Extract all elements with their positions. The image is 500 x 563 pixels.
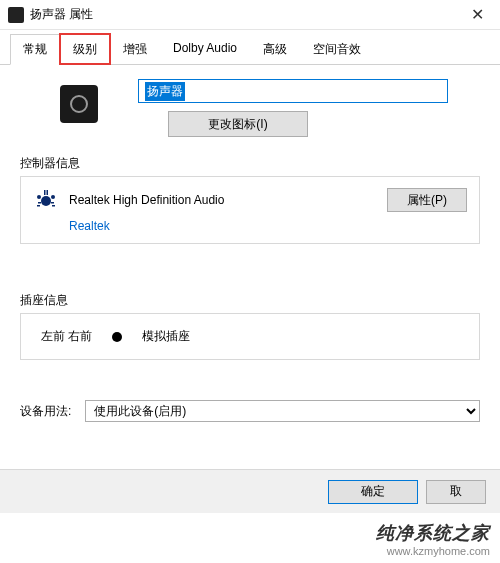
svg-rect-7 <box>38 202 41 204</box>
controller-group-label: 控制器信息 <box>20 155 480 172</box>
change-icon-button[interactable]: 更改图标(I) <box>168 111 308 137</box>
window-title: 扬声器 属性 <box>30 6 455 23</box>
ok-button[interactable]: 确定 <box>328 480 418 504</box>
controller-groupbox: Realtek High Definition Audio 属性(P) Real… <box>20 176 480 244</box>
svg-point-4 <box>51 195 55 199</box>
speaker-icon <box>60 85 98 123</box>
titlebar: 扬声器 属性 ✕ <box>0 0 500 30</box>
svg-point-0 <box>41 196 51 206</box>
controller-properties-button[interactable]: 属性(P) <box>387 188 467 212</box>
device-name-input[interactable]: 扬声器 <box>138 79 448 103</box>
cancel-button[interactable]: 取 <box>426 480 486 504</box>
svg-rect-1 <box>44 190 46 195</box>
svg-rect-5 <box>37 205 40 207</box>
watermark-text: 纯净系统之家 <box>376 521 490 545</box>
device-usage-row: 设备用法: 使用此设备(启用) <box>20 400 480 422</box>
watermark-url: www.kzmyhome.com <box>376 545 490 557</box>
jack-type: 模拟插座 <box>142 328 190 345</box>
device-row: 扬声器 更改图标(I) <box>20 79 480 137</box>
svg-rect-2 <box>47 190 49 195</box>
jack-groupbox: 左前 右前 模拟插座 <box>20 313 480 360</box>
svg-point-3 <box>37 195 41 199</box>
tab-dolby-audio[interactable]: Dolby Audio <box>160 34 250 64</box>
watermark: 纯净系统之家 www.kzmyhome.com <box>376 521 490 557</box>
controller-name: Realtek High Definition Audio <box>69 193 377 207</box>
jack-color-dot <box>112 332 122 342</box>
tab-enhancements[interactable]: 增强 <box>110 34 160 64</box>
tab-strip: 常规 级别 增强 Dolby Audio 高级 空间音效 <box>0 30 500 65</box>
jack-position: 左前 右前 <box>41 328 92 345</box>
app-icon <box>8 7 24 23</box>
tab-advanced[interactable]: 高级 <box>250 34 300 64</box>
jack-group-label: 插座信息 <box>20 292 480 309</box>
tab-general[interactable]: 常规 <box>10 34 60 65</box>
tab-spatial-sound[interactable]: 空间音效 <box>300 34 374 64</box>
device-usage-label: 设备用法: <box>20 403 71 420</box>
svg-rect-6 <box>52 205 55 207</box>
dialog-footer: 确定 取 <box>0 469 500 513</box>
controller-vendor-link[interactable]: Realtek <box>69 219 467 233</box>
close-button[interactable]: ✕ <box>455 0 500 30</box>
realtek-crab-icon <box>33 187 59 213</box>
tab-content-general: 扬声器 更改图标(I) 控制器信息 Realtek High Definitio… <box>0 65 500 422</box>
device-usage-select[interactable]: 使用此设备(启用) <box>85 400 480 422</box>
tab-levels[interactable]: 级别 <box>60 34 110 64</box>
svg-rect-8 <box>51 202 54 204</box>
